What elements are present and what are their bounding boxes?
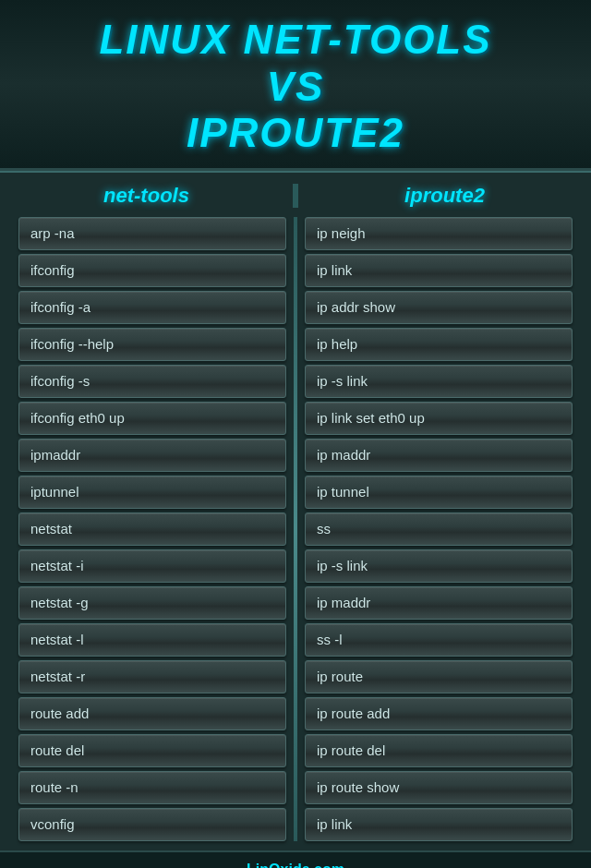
- page-title: LINUX NET-TOOLS VS IPROUTE2: [9, 17, 582, 157]
- table-area: arp -naifconfigifconfig -aifconfig --hel…: [0, 217, 591, 850]
- table-row-right-5: ip link set eth0 up: [305, 402, 573, 435]
- table-row-right-16: ip link: [305, 808, 573, 841]
- table-row-left-5: ifconfig eth0 up: [18, 402, 286, 435]
- footer: LinOxide.com Detailed : http://linoxide.…: [0, 850, 591, 868]
- table-row-right-2: ip addr show: [305, 291, 573, 324]
- table-row-left-0: arp -na: [18, 217, 286, 250]
- table-row-right-3: ip help: [305, 328, 573, 361]
- table-row-left-6: ipmaddr: [18, 439, 286, 472]
- table-row-left-15: route -n: [18, 771, 286, 804]
- table-row-left-4: ifconfig -s: [18, 365, 286, 398]
- table-row-left-9: netstat -i: [18, 549, 286, 583]
- table-row-right-14: ip route del: [305, 734, 573, 767]
- table-row-left-3: ifconfig --help: [18, 328, 286, 361]
- table-row-right-7: ip tunnel: [305, 476, 573, 509]
- table-row-left-16: vconfig: [18, 808, 286, 841]
- table-row-right-9: ip -s link: [305, 549, 573, 583]
- table-row-left-12: netstat -r: [18, 660, 286, 693]
- columns-header: net-tools iproute2: [0, 173, 591, 217]
- table-row-right-12: ip route: [305, 660, 573, 693]
- table-row-left-11: netstat -l: [18, 623, 286, 657]
- table-row-right-15: ip route show: [305, 771, 573, 804]
- center-divider: [286, 217, 305, 841]
- table-row-right-0: ip neigh: [305, 217, 573, 250]
- table-row-right-11: ss -l: [305, 623, 573, 657]
- table-row-left-14: route del: [18, 734, 286, 767]
- table-row-right-1: ip link: [305, 254, 573, 287]
- table-row-right-4: ip -s link: [305, 365, 573, 398]
- table-row-left-13: route add: [18, 697, 286, 730]
- table-row-right-6: ip maddr: [305, 439, 573, 472]
- right-column: ip neighip linkip addr showip helpip -s …: [305, 217, 573, 841]
- center-divider-line: [294, 217, 297, 841]
- table-row-left-2: ifconfig -a: [18, 291, 286, 324]
- table-row-right-10: ip maddr: [305, 586, 573, 620]
- table-row-left-10: netstat -g: [18, 586, 286, 620]
- left-column: arp -naifconfigifconfig -aifconfig --hel…: [18, 217, 286, 841]
- table-row-left-7: iptunnel: [18, 476, 286, 509]
- right-column-header: iproute2: [298, 184, 591, 208]
- header: LINUX NET-TOOLS VS IPROUTE2: [0, 0, 591, 171]
- footer-site: LinOxide.com: [9, 862, 582, 868]
- table-row-left-1: ifconfig: [18, 254, 286, 287]
- table-row-right-13: ip route add: [305, 697, 573, 730]
- table-row-right-8: ss: [305, 512, 573, 546]
- left-column-header: net-tools: [0, 184, 293, 208]
- table-row-left-8: netstat: [18, 512, 286, 546]
